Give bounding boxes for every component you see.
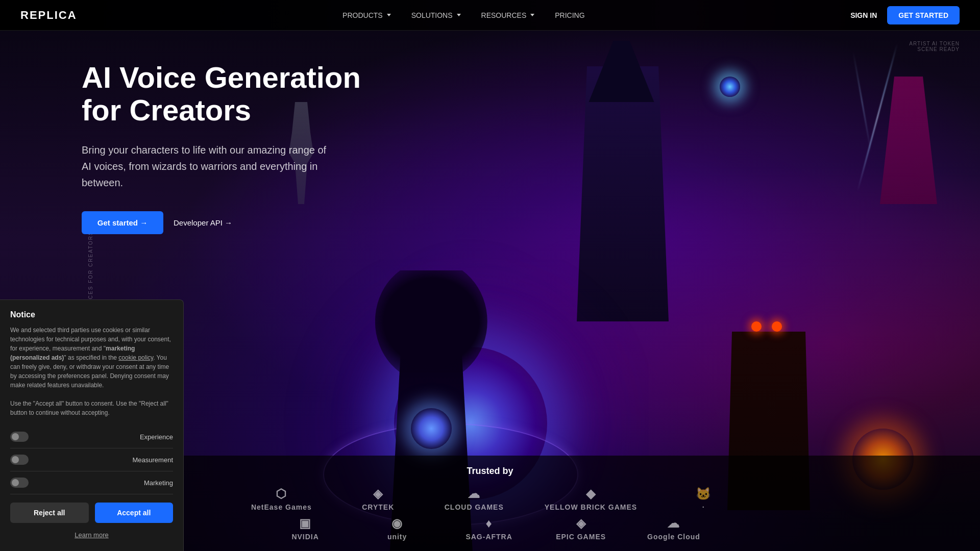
cookie-action-buttons: Reject all Accept all bbox=[10, 503, 173, 523]
logo-cloud-games: ☁ CLOUD GAMES bbox=[445, 487, 504, 511]
nav-pricing[interactable]: PRICING bbox=[555, 11, 584, 19]
nav-resources[interactable]: RESOURCES bbox=[481, 11, 535, 19]
reject-all-button[interactable]: Reject all bbox=[10, 503, 89, 523]
trusted-title: Trusted by bbox=[82, 466, 898, 477]
nav-links: PRODUCTS SOLUTIONS RESOURCES PRICING bbox=[342, 11, 585, 19]
trusted-logos-row1: ⬡ NetEase Games ◈ CRYTEK ☁ CLOUD GAMES ◆… bbox=[82, 487, 898, 511]
get-started-hero-button[interactable]: Get started → bbox=[82, 211, 163, 234]
nav-products[interactable]: PRODUCTS bbox=[342, 11, 391, 19]
logo-crytek: ◈ CRYTEK bbox=[353, 487, 404, 511]
robot-eye-left bbox=[751, 321, 762, 332]
hand-glow-effect bbox=[411, 408, 452, 449]
cookie-measurement-row: Measurement bbox=[10, 448, 173, 471]
logo-nvidia: ▣ NVIDIA bbox=[280, 516, 331, 541]
creature-character bbox=[852, 51, 954, 204]
logo-epic: ◈ EPIC GAMES bbox=[555, 516, 606, 541]
experience-toggle[interactable] bbox=[10, 432, 29, 442]
trusted-logos-row2: ▣ NVIDIA ◉ unity ♦ SAG-AFTRA ◈ EPIC GAME… bbox=[82, 516, 898, 541]
logo[interactable]: REPLICA bbox=[20, 9, 77, 22]
wizard-character bbox=[536, 41, 715, 321]
wizard-hat bbox=[581, 41, 663, 102]
hero-title: AI Voice Generation for Creators bbox=[82, 61, 388, 127]
sign-in-link[interactable]: SIGN IN bbox=[850, 11, 877, 19]
logo-google-cloud: ☁ Google Cloud bbox=[647, 516, 700, 541]
experience-label: Experience bbox=[140, 433, 173, 441]
logo-unity: ◉ unity bbox=[372, 516, 423, 541]
measurement-label: Measurement bbox=[133, 456, 173, 464]
chevron-down-icon bbox=[387, 14, 391, 16]
logo-wildcat: 🐱 · bbox=[678, 487, 729, 511]
cookie-experience-row: Experience bbox=[10, 425, 173, 448]
chevron-down-icon bbox=[530, 14, 534, 16]
staff-glow-effect bbox=[720, 77, 740, 97]
navbar: REPLICA PRODUCTS SOLUTIONS RESOURCES PRI… bbox=[0, 0, 980, 31]
cookie-title: Notice bbox=[10, 310, 173, 319]
cookie-policy-link[interactable]: cookie policy bbox=[118, 354, 153, 361]
marketing-toggle[interactable] bbox=[10, 478, 29, 488]
logo-netease: ⬡ NetEase Games bbox=[251, 487, 312, 511]
hero-content: AI Voice Generation for Creators Bring y… bbox=[82, 61, 388, 234]
accept-all-button[interactable]: Accept all bbox=[95, 503, 174, 523]
hero-buttons: Get started → Developer API → bbox=[82, 211, 388, 234]
nav-right: SIGN IN GET STARTED bbox=[850, 6, 960, 24]
marketing-label: Marketing bbox=[144, 479, 173, 487]
get-started-button[interactable]: GET STARTED bbox=[887, 6, 960, 24]
developer-api-link[interactable]: Developer API → bbox=[174, 218, 232, 227]
measurement-toggle[interactable] bbox=[10, 455, 29, 465]
logo-yellow-brick: ◆ YELLOW BRICK GAMES bbox=[545, 487, 637, 511]
logo-sag-aftra: ♦ SAG-AFTRA bbox=[463, 516, 514, 541]
nav-solutions[interactable]: SOLUTIONS bbox=[411, 11, 461, 19]
top-right-label: ARTIST AI TOKEN SCENE READY bbox=[909, 41, 960, 52]
robot-eyes bbox=[751, 321, 782, 332]
cookie-notice: Notice We and selected third parties use… bbox=[0, 299, 184, 551]
cookie-marketing-row: Marketing bbox=[10, 471, 173, 494]
cookie-body: We and selected third parties use cookie… bbox=[10, 325, 173, 417]
chevron-down-icon bbox=[457, 14, 461, 16]
hero-subtitle: Bring your characters to life with our a… bbox=[82, 142, 327, 191]
learn-more-button[interactable]: Learn more bbox=[10, 529, 173, 541]
robot-eye-right bbox=[772, 321, 782, 332]
